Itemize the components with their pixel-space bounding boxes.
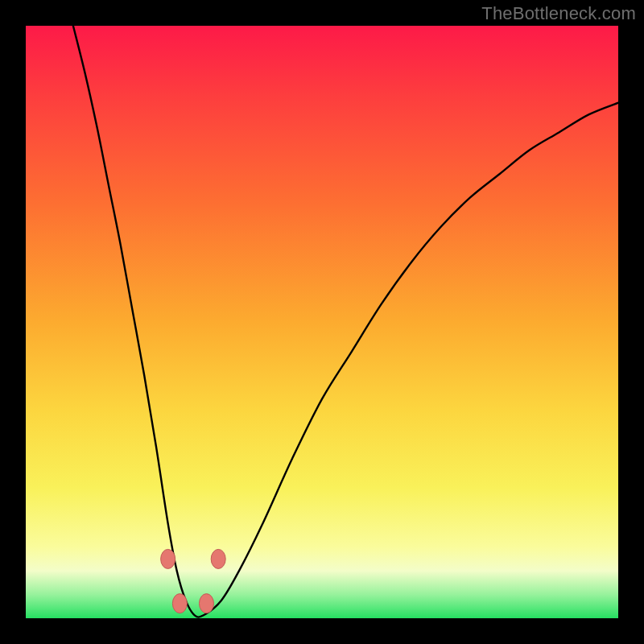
right-lower-marker (199, 594, 213, 613)
curve-markers (161, 549, 226, 613)
curve-svg (26, 26, 618, 618)
left-upper-marker (161, 549, 175, 568)
right-upper-marker (211, 549, 225, 568)
chart-frame: TheBottleneck.com (0, 0, 644, 644)
left-lower-marker (172, 594, 187, 613)
bottleneck-curve (73, 26, 618, 617)
watermark-text: TheBottleneck.com (481, 3, 636, 24)
plot-area (26, 26, 618, 618)
